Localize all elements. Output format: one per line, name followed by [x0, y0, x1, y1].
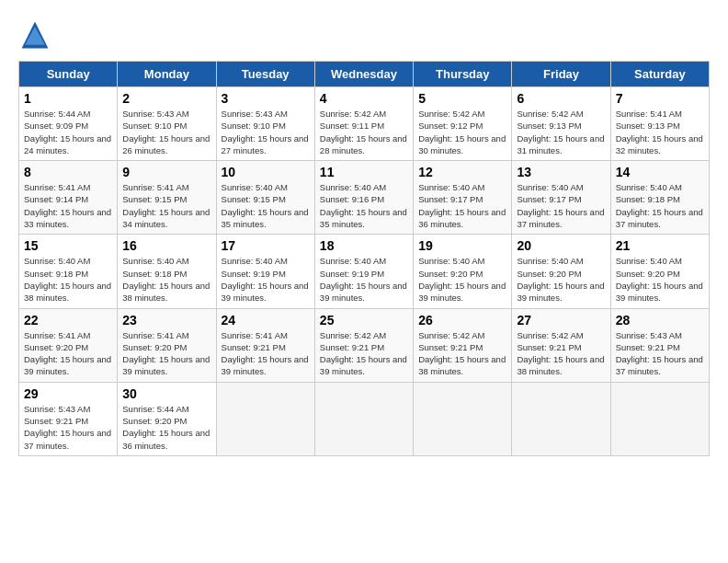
- day-cell: 9 Sunrise: 5:41 AM Sunset: 9:15 PM Dayli…: [118, 161, 216, 235]
- day-number: 12: [418, 165, 506, 179]
- day-number: 21: [616, 238, 704, 253]
- column-header-thursday: Thursday: [414, 62, 512, 87]
- day-cell: 18 Sunrise: 5:40 AM Sunset: 9:19 PM Dayl…: [314, 235, 413, 308]
- empty-cell: [610, 382, 709, 455]
- day-number: 16: [122, 238, 210, 253]
- day-number: 26: [418, 313, 506, 327]
- day-info: Sunrise: 5:40 AM Sunset: 9:19 PM Dayligh…: [222, 255, 310, 304]
- day-cell: 26 Sunrise: 5:42 AM Sunset: 9:21 PM Dayl…: [414, 308, 512, 382]
- day-number: 17: [222, 238, 310, 253]
- day-info: Sunrise: 5:43 AM Sunset: 9:21 PM Dayligh…: [616, 329, 704, 378]
- day-info: Sunrise: 5:43 AM Sunset: 9:10 PM Dayligh…: [122, 108, 210, 156]
- day-info: Sunrise: 5:40 AM Sunset: 9:17 PM Dayligh…: [418, 181, 506, 230]
- calendar-week-row: 29 Sunrise: 5:43 AM Sunset: 9:21 PM Dayl…: [19, 382, 710, 455]
- day-number: 13: [517, 165, 605, 179]
- day-info: Sunrise: 5:42 AM Sunset: 9:21 PM Dayligh…: [320, 329, 408, 378]
- empty-cell: [414, 382, 512, 455]
- day-info: Sunrise: 5:43 AM Sunset: 9:10 PM Dayligh…: [222, 108, 310, 156]
- day-info: Sunrise: 5:44 AM Sunset: 9:09 PM Dayligh…: [24, 108, 112, 156]
- day-number: 29: [24, 386, 112, 401]
- day-cell: 16 Sunrise: 5:40 AM Sunset: 9:18 PM Dayl…: [118, 235, 216, 308]
- day-cell: 19 Sunrise: 5:40 AM Sunset: 9:20 PM Dayl…: [414, 235, 512, 308]
- logo: [18, 18, 55, 52]
- day-number: 2: [122, 91, 210, 106]
- day-number: 28: [616, 313, 704, 327]
- column-header-saturday: Saturday: [610, 62, 709, 87]
- day-cell: 12 Sunrise: 5:40 AM Sunset: 9:17 PM Dayl…: [414, 161, 512, 235]
- day-cell: 14 Sunrise: 5:40 AM Sunset: 9:18 PM Dayl…: [610, 161, 709, 235]
- day-number: 4: [320, 91, 408, 106]
- day-cell: 15 Sunrise: 5:40 AM Sunset: 9:18 PM Dayl…: [19, 235, 118, 308]
- day-cell: 2 Sunrise: 5:43 AM Sunset: 9:10 PM Dayli…: [118, 87, 216, 161]
- day-info: Sunrise: 5:41 AM Sunset: 9:21 PM Dayligh…: [222, 329, 310, 378]
- day-cell: 30 Sunrise: 5:44 AM Sunset: 9:20 PM Dayl…: [118, 382, 216, 455]
- day-cell: 23 Sunrise: 5:41 AM Sunset: 9:20 PM Dayl…: [118, 308, 216, 382]
- day-info: Sunrise: 5:40 AM Sunset: 9:18 PM Dayligh…: [616, 181, 704, 230]
- day-info: Sunrise: 5:44 AM Sunset: 9:20 PM Dayligh…: [122, 403, 210, 452]
- day-cell: 17 Sunrise: 5:40 AM Sunset: 9:19 PM Dayl…: [216, 235, 314, 308]
- empty-cell: [314, 382, 413, 455]
- day-info: Sunrise: 5:42 AM Sunset: 9:12 PM Dayligh…: [418, 108, 506, 156]
- day-number: 14: [616, 165, 704, 179]
- calendar-week-row: 1 Sunrise: 5:44 AM Sunset: 9:09 PM Dayli…: [19, 87, 710, 161]
- day-cell: 8 Sunrise: 5:41 AM Sunset: 9:14 PM Dayli…: [19, 161, 118, 235]
- day-cell: 5 Sunrise: 5:42 AM Sunset: 9:12 PM Dayli…: [414, 87, 512, 161]
- day-cell: 10 Sunrise: 5:40 AM Sunset: 9:15 PM Dayl…: [216, 161, 314, 235]
- day-info: Sunrise: 5:40 AM Sunset: 9:17 PM Dayligh…: [517, 181, 605, 230]
- day-info: Sunrise: 5:42 AM Sunset: 9:13 PM Dayligh…: [517, 108, 605, 156]
- calendar-header-row: SundayMondayTuesdayWednesdayThursdayFrid…: [19, 62, 710, 87]
- day-cell: 4 Sunrise: 5:42 AM Sunset: 9:11 PM Dayli…: [314, 87, 413, 161]
- day-info: Sunrise: 5:40 AM Sunset: 9:19 PM Dayligh…: [320, 255, 408, 304]
- calendar-week-row: 22 Sunrise: 5:41 AM Sunset: 9:20 PM Dayl…: [19, 308, 710, 382]
- day-cell: 3 Sunrise: 5:43 AM Sunset: 9:10 PM Dayli…: [216, 87, 314, 161]
- day-info: Sunrise: 5:43 AM Sunset: 9:21 PM Dayligh…: [24, 403, 112, 452]
- day-number: 8: [24, 165, 112, 179]
- day-number: 1: [24, 91, 112, 106]
- day-number: 24: [222, 313, 310, 327]
- day-info: Sunrise: 5:40 AM Sunset: 9:18 PM Dayligh…: [122, 255, 210, 304]
- day-cell: 24 Sunrise: 5:41 AM Sunset: 9:21 PM Dayl…: [216, 308, 314, 382]
- header: [18, 18, 710, 52]
- day-cell: 27 Sunrise: 5:42 AM Sunset: 9:21 PM Dayl…: [512, 308, 610, 382]
- day-info: Sunrise: 5:41 AM Sunset: 9:20 PM Dayligh…: [24, 329, 112, 378]
- column-header-friday: Friday: [512, 62, 610, 87]
- day-info: Sunrise: 5:42 AM Sunset: 9:21 PM Dayligh…: [418, 329, 506, 378]
- empty-cell: [216, 382, 314, 455]
- day-cell: 20 Sunrise: 5:40 AM Sunset: 9:20 PM Dayl…: [512, 235, 610, 308]
- day-info: Sunrise: 5:41 AM Sunset: 9:13 PM Dayligh…: [616, 108, 704, 156]
- day-info: Sunrise: 5:40 AM Sunset: 9:20 PM Dayligh…: [517, 255, 605, 304]
- day-number: 11: [320, 165, 408, 179]
- day-number: 6: [517, 91, 605, 106]
- day-info: Sunrise: 5:42 AM Sunset: 9:21 PM Dayligh…: [517, 329, 605, 378]
- day-number: 20: [517, 238, 605, 253]
- day-number: 22: [24, 313, 112, 327]
- day-info: Sunrise: 5:41 AM Sunset: 9:15 PM Dayligh…: [122, 181, 210, 230]
- day-cell: 7 Sunrise: 5:41 AM Sunset: 9:13 PM Dayli…: [610, 87, 709, 161]
- calendar-body: 1 Sunrise: 5:44 AM Sunset: 9:09 PM Dayli…: [19, 87, 710, 456]
- calendar-table: SundayMondayTuesdayWednesdayThursdayFrid…: [18, 61, 710, 456]
- column-header-wednesday: Wednesday: [314, 62, 413, 87]
- day-number: 18: [320, 238, 408, 253]
- day-number: 3: [222, 91, 310, 106]
- calendar-week-row: 8 Sunrise: 5:41 AM Sunset: 9:14 PM Dayli…: [19, 161, 710, 235]
- column-header-monday: Monday: [118, 62, 216, 87]
- day-number: 23: [122, 313, 210, 327]
- column-header-sunday: Sunday: [19, 62, 118, 87]
- day-cell: 29 Sunrise: 5:43 AM Sunset: 9:21 PM Dayl…: [19, 382, 118, 455]
- day-info: Sunrise: 5:41 AM Sunset: 9:14 PM Dayligh…: [24, 181, 112, 230]
- day-cell: 13 Sunrise: 5:40 AM Sunset: 9:17 PM Dayl…: [512, 161, 610, 235]
- day-cell: 1 Sunrise: 5:44 AM Sunset: 9:09 PM Dayli…: [19, 87, 118, 161]
- day-cell: 28 Sunrise: 5:43 AM Sunset: 9:21 PM Dayl…: [610, 308, 709, 382]
- day-cell: 25 Sunrise: 5:42 AM Sunset: 9:21 PM Dayl…: [314, 308, 413, 382]
- empty-cell: [512, 382, 610, 455]
- day-cell: 6 Sunrise: 5:42 AM Sunset: 9:13 PM Dayli…: [512, 87, 610, 161]
- day-number: 30: [122, 386, 210, 401]
- day-number: 7: [616, 91, 704, 106]
- day-info: Sunrise: 5:40 AM Sunset: 9:20 PM Dayligh…: [418, 255, 506, 304]
- day-number: 27: [517, 313, 605, 327]
- day-cell: 22 Sunrise: 5:41 AM Sunset: 9:20 PM Dayl…: [19, 308, 118, 382]
- day-cell: 11 Sunrise: 5:40 AM Sunset: 9:16 PM Dayl…: [314, 161, 413, 235]
- logo-icon: [18, 18, 51, 52]
- day-info: Sunrise: 5:40 AM Sunset: 9:15 PM Dayligh…: [222, 181, 310, 230]
- calendar-week-row: 15 Sunrise: 5:40 AM Sunset: 9:18 PM Dayl…: [19, 235, 710, 308]
